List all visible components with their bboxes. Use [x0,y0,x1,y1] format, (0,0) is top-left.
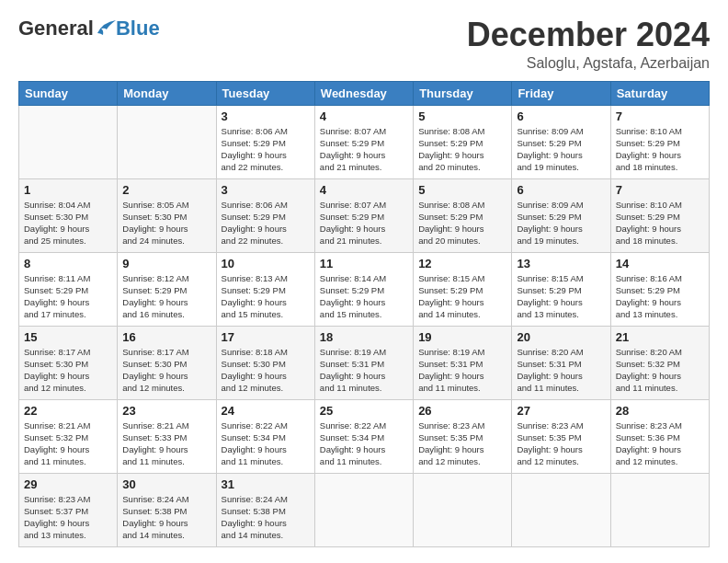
day-number: 20 [517,330,605,344]
table-row: 16 Sunrise: 8:17 AM Sunset: 5:30 PM Dayl… [118,326,216,399]
day-info: Sunrise: 8:22 AM Sunset: 5:34 PM Dayligh… [320,420,386,467]
table-row: 19 Sunrise: 8:19 AM Sunset: 5:31 PM Dayl… [414,326,512,399]
calendar-table: Sunday Monday Tuesday Wednesday Thursday… [18,81,710,547]
day-info: Sunrise: 8:23 AM Sunset: 5:36 PM Dayligh… [616,420,682,467]
day-number: 8 [24,257,112,270]
table-row: 3 Sunrise: 8:06 AM Sunset: 5:29 PM Dayli… [216,105,314,178]
table-row: 13 Sunrise: 8:15 AM Sunset: 5:29 PM Dayl… [512,252,610,326]
table-row: 20 Sunrise: 8:20 AM Sunset: 5:31 PM Dayl… [512,326,610,399]
day-info: Sunrise: 8:09 AM Sunset: 5:29 PM Dayligh… [517,200,583,247]
table-row: 18 Sunrise: 8:19 AM Sunset: 5:31 PM Dayl… [314,326,413,399]
table-row: 22 Sunrise: 8:21 AM Sunset: 5:32 PM Dayl… [19,399,118,473]
day-info: Sunrise: 8:23 AM Sunset: 5:35 PM Dayligh… [418,420,484,467]
day-info: Sunrise: 8:05 AM Sunset: 5:30 PM Dayligh… [122,200,188,247]
table-row: 8 Sunrise: 8:11 AM Sunset: 5:29 PM Dayli… [19,252,118,326]
table-row: 10 Sunrise: 8:13 AM Sunset: 5:29 PM Dayl… [216,252,314,326]
day-number: 11 [320,257,408,270]
table-row: 6 Sunrise: 8:09 AM Sunset: 5:29 PM Dayli… [512,178,610,252]
table-row: 24 Sunrise: 8:22 AM Sunset: 5:34 PM Dayl… [216,399,314,473]
col-sunday: Sunday [19,81,118,105]
day-info: Sunrise: 8:10 AM Sunset: 5:29 PM Dayligh… [616,126,682,173]
day-info: Sunrise: 8:12 AM Sunset: 5:29 PM Dayligh… [122,273,188,320]
day-info: Sunrise: 8:18 AM Sunset: 5:30 PM Dayligh… [222,347,288,394]
day-info: Sunrise: 8:21 AM Sunset: 5:33 PM Dayligh… [122,420,188,467]
calendar-header-row: Sunday Monday Tuesday Wednesday Thursday… [19,81,710,105]
day-number: 31 [222,477,310,491]
day-number: 26 [418,404,506,418]
col-friday: Friday [512,81,610,105]
table-row [512,473,610,546]
col-monday: Monday [118,81,216,105]
day-info: Sunrise: 8:06 AM Sunset: 5:29 PM Dayligh… [222,200,288,247]
day-number: 5 [418,183,506,197]
table-row: 25 Sunrise: 8:22 AM Sunset: 5:34 PM Dayl… [314,399,413,473]
day-info: Sunrise: 8:08 AM Sunset: 5:29 PM Dayligh… [418,126,484,173]
day-number: 7 [616,183,704,197]
day-number: 12 [418,257,506,270]
table-row: 31 Sunrise: 8:24 AM Sunset: 5:38 PM Dayl… [216,473,314,546]
table-row [19,105,118,178]
table-row: 29 Sunrise: 8:23 AM Sunset: 5:37 PM Dayl… [19,473,118,546]
col-thursday: Thursday [414,81,512,105]
day-info: Sunrise: 8:19 AM Sunset: 5:31 PM Dayligh… [320,347,386,394]
day-number: 6 [517,183,605,197]
table-row: 30 Sunrise: 8:24 AM Sunset: 5:38 PM Dayl… [118,473,216,546]
day-number: 29 [24,477,112,491]
table-row: 23 Sunrise: 8:21 AM Sunset: 5:33 PM Dayl… [118,399,216,473]
day-info: Sunrise: 8:23 AM Sunset: 5:35 PM Dayligh… [517,420,583,467]
table-row: 3 Sunrise: 8:06 AM Sunset: 5:29 PM Dayli… [216,178,314,252]
day-info: Sunrise: 8:24 AM Sunset: 5:38 PM Dayligh… [222,494,288,541]
day-info: Sunrise: 8:07 AM Sunset: 5:29 PM Dayligh… [320,126,386,173]
table-row [118,105,216,178]
day-number: 4 [320,183,408,197]
day-number: 25 [320,404,408,418]
day-info: Sunrise: 8:08 AM Sunset: 5:29 PM Dayligh… [418,200,484,247]
day-number: 6 [517,109,605,123]
day-number: 22 [24,404,112,418]
day-number: 23 [122,404,210,418]
day-info: Sunrise: 8:04 AM Sunset: 5:30 PM Dayligh… [24,200,90,247]
logo: General Blue [18,17,160,40]
day-info: Sunrise: 8:06 AM Sunset: 5:29 PM Dayligh… [222,126,288,173]
day-number: 4 [320,109,408,123]
page: General Blue December 2024 Saloglu, Agst… [0,0,728,557]
table-row: 4 Sunrise: 8:07 AM Sunset: 5:29 PM Dayli… [314,105,413,178]
table-row: 5 Sunrise: 8:08 AM Sunset: 5:29 PM Dayli… [414,105,512,178]
logo-bird-icon [96,20,116,37]
day-info: Sunrise: 8:15 AM Sunset: 5:29 PM Dayligh… [418,273,484,320]
col-wednesday: Wednesday [314,81,413,105]
table-row [414,473,512,546]
month-title: December 2024 [467,17,710,53]
table-row: 17 Sunrise: 8:18 AM Sunset: 5:30 PM Dayl… [216,326,314,399]
day-number: 3 [222,183,310,197]
day-number: 10 [222,257,310,270]
table-row: 7 Sunrise: 8:10 AM Sunset: 5:29 PM Dayli… [610,105,709,178]
day-info: Sunrise: 8:16 AM Sunset: 5:29 PM Dayligh… [616,273,682,320]
table-row: 21 Sunrise: 8:20 AM Sunset: 5:32 PM Dayl… [610,326,709,399]
table-row: 12 Sunrise: 8:15 AM Sunset: 5:29 PM Dayl… [414,252,512,326]
logo-blue: Blue [116,17,160,40]
day-number: 14 [616,257,704,270]
logo-general: General [18,17,94,40]
day-number: 2 [122,183,210,197]
day-number: 1 [24,183,112,197]
day-info: Sunrise: 8:21 AM Sunset: 5:32 PM Dayligh… [24,420,90,467]
day-number: 15 [24,330,112,344]
day-info: Sunrise: 8:24 AM Sunset: 5:38 PM Dayligh… [122,494,188,541]
header: General Blue December 2024 Saloglu, Agst… [18,17,710,72]
table-row: 9 Sunrise: 8:12 AM Sunset: 5:29 PM Dayli… [118,252,216,326]
day-number: 30 [122,477,210,491]
table-row: 15 Sunrise: 8:17 AM Sunset: 5:30 PM Dayl… [19,326,118,399]
col-tuesday: Tuesday [216,81,314,105]
day-info: Sunrise: 8:23 AM Sunset: 5:37 PM Dayligh… [24,494,90,541]
calendar-week-row: 29 Sunrise: 8:23 AM Sunset: 5:37 PM Dayl… [19,473,710,546]
day-info: Sunrise: 8:10 AM Sunset: 5:29 PM Dayligh… [616,200,682,247]
day-info: Sunrise: 8:17 AM Sunset: 5:30 PM Dayligh… [122,347,188,394]
title-block: December 2024 Saloglu, Agstafa, Azerbaij… [467,17,710,72]
day-number: 27 [517,404,605,418]
day-info: Sunrise: 8:20 AM Sunset: 5:31 PM Dayligh… [517,347,583,394]
table-row: 11 Sunrise: 8:14 AM Sunset: 5:29 PM Dayl… [314,252,413,326]
day-number: 9 [122,257,210,270]
day-info: Sunrise: 8:17 AM Sunset: 5:30 PM Dayligh… [24,347,90,394]
table-row: 26 Sunrise: 8:23 AM Sunset: 5:35 PM Dayl… [414,399,512,473]
